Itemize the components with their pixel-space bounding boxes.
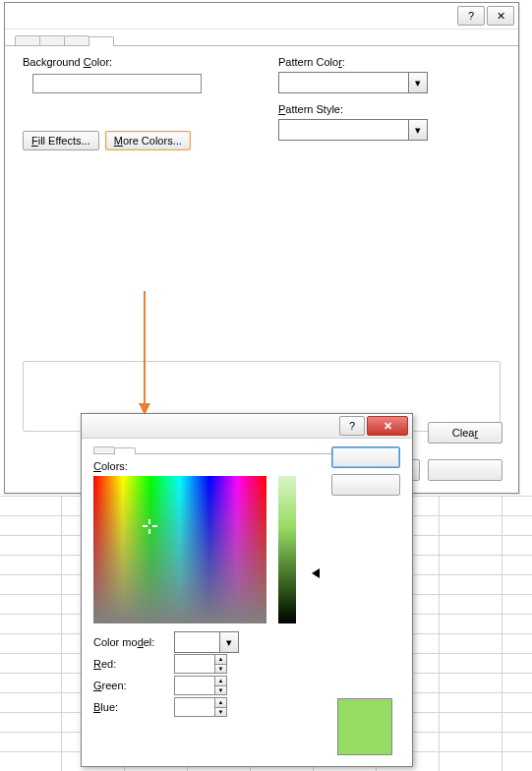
pattern-style-dropdown[interactable]: ▾ [278,119,428,141]
tab-number[interactable] [15,35,40,45]
help-button[interactable]: ? [457,6,485,26]
cancel-button[interactable] [428,459,502,481]
spin-down-icon[interactable]: ▼ [215,708,226,717]
blue-label: Blue: [93,701,174,713]
pattern-style-label: Pattern Style: [278,103,501,115]
pattern-color-dropdown[interactable]: ▾ [278,72,428,93]
tab-fill[interactable] [89,36,114,46]
red-label: Red: [93,658,174,670]
dropdown-arrow-icon: ▾ [408,73,427,92]
luminance-pointer-icon [312,568,320,578]
green-input[interactable] [175,677,214,694]
blue-spinner[interactable]: ▲▼ [174,697,227,717]
format-tabs [5,30,518,46]
background-color-label: Background Color: [23,56,259,68]
tab-custom[interactable] [114,447,136,454]
dropdown-arrow-icon: ▾ [219,632,238,652]
color-model-label: Color model: [93,636,174,648]
tab-border[interactable] [64,35,89,45]
green-label: Green: [93,680,174,691]
luminance-bar[interactable] [278,476,296,623]
close-button[interactable]: ✕ [487,6,514,26]
color-spectrum[interactable] [93,476,266,623]
spectrum-crosshair-icon [145,521,154,531]
spin-down-icon[interactable]: ▼ [215,665,226,674]
format-cells-titlebar: ? ✕ [5,3,518,30]
blue-input[interactable] [175,698,214,716]
ok-button[interactable] [331,446,400,468]
annotation-arrow [144,291,146,413]
preview-swatch [337,698,392,755]
help-button[interactable]: ? [339,416,365,436]
close-button[interactable]: ✕ [367,416,408,436]
cancel-button[interactable] [331,474,400,496]
spin-up-icon[interactable]: ▲ [215,698,226,708]
pattern-color-label: Pattern Color: [278,56,501,68]
spin-up-icon[interactable]: ▲ [215,655,226,665]
green-spinner[interactable]: ▲▼ [174,676,227,695]
spin-up-icon[interactable]: ▲ [215,677,226,686]
more-colors-button[interactable]: More Colors... [105,131,191,150]
dropdown-arrow-icon: ▾ [408,120,427,140]
tab-font[interactable] [39,35,65,45]
color-preview [337,698,392,755]
red-input[interactable] [175,655,214,673]
red-spinner[interactable]: ▲▼ [174,654,227,674]
clear-button[interactable]: Clear [428,422,502,444]
no-color-button[interactable] [32,74,202,93]
tab-standard[interactable] [93,446,115,453]
colors-dialog: ? ✕ Colors: [81,413,413,767]
fill-effects-button[interactable]: Fill Effects... [23,131,99,150]
colors-titlebar: ? ✕ [82,414,412,439]
color-model-dropdown[interactable]: ▾ [174,631,239,653]
spin-down-icon[interactable]: ▼ [215,686,226,695]
